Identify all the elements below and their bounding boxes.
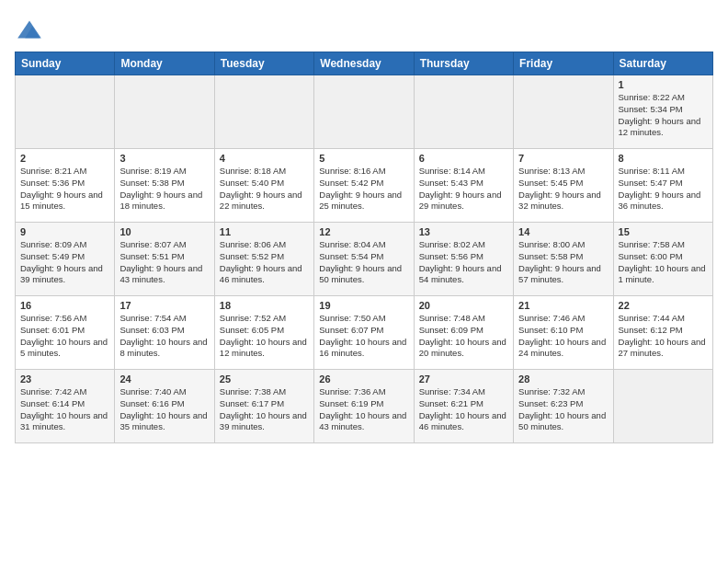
day-cell: [514, 75, 613, 149]
day-cell: 20Sunrise: 7:48 AM Sunset: 6:09 PM Dayli…: [414, 296, 513, 370]
day-cell: 19Sunrise: 7:50 AM Sunset: 6:07 PM Dayli…: [314, 296, 414, 370]
day-info: Sunrise: 7:48 AM Sunset: 6:09 PM Dayligh…: [419, 313, 508, 360]
day-cell: 3Sunrise: 8:19 AM Sunset: 5:38 PM Daylig…: [115, 149, 214, 223]
day-cell: 11Sunrise: 8:06 AM Sunset: 5:52 PM Dayli…: [214, 223, 313, 296]
day-info: Sunrise: 7:40 AM Sunset: 6:16 PM Dayligh…: [119, 386, 209, 433]
day-info: Sunrise: 7:34 AM Sunset: 6:21 PM Dayligh…: [419, 386, 508, 433]
day-info: Sunrise: 7:50 AM Sunset: 6:07 PM Dayligh…: [319, 313, 408, 360]
day-info: Sunrise: 8:07 AM Sunset: 5:51 PM Dayligh…: [119, 239, 209, 286]
day-cell: 5Sunrise: 8:16 AM Sunset: 5:42 PM Daylig…: [314, 149, 414, 223]
weekday-header-sunday: Sunday: [16, 52, 115, 75]
day-info: Sunrise: 8:02 AM Sunset: 5:56 PM Dayligh…: [419, 239, 508, 286]
weekday-header-friday: Friday: [514, 52, 613, 75]
day-info: Sunrise: 8:04 AM Sunset: 5:54 PM Dayligh…: [319, 239, 408, 286]
day-cell: 14Sunrise: 8:00 AM Sunset: 5:58 PM Dayli…: [514, 223, 613, 296]
day-number: 5: [319, 153, 408, 164]
day-cell: 12Sunrise: 8:04 AM Sunset: 5:54 PM Dayli…: [314, 223, 414, 296]
weekday-header-saturday: Saturday: [613, 52, 712, 75]
day-info: Sunrise: 8:13 AM Sunset: 5:45 PM Dayligh…: [518, 166, 608, 213]
day-number: 16: [20, 300, 109, 311]
day-info: Sunrise: 8:11 AM Sunset: 5:47 PM Dayligh…: [619, 166, 708, 213]
day-info: Sunrise: 8:18 AM Sunset: 5:40 PM Dayligh…: [220, 166, 309, 213]
week-row-4: 16Sunrise: 7:56 AM Sunset: 6:01 PM Dayli…: [16, 296, 713, 370]
weekday-header-monday: Monday: [115, 52, 214, 75]
day-number: 9: [20, 226, 109, 237]
day-cell: 9Sunrise: 8:09 AM Sunset: 5:49 PM Daylig…: [16, 223, 115, 296]
weekday-header-wednesday: Wednesday: [314, 52, 414, 75]
day-cell: 10Sunrise: 8:07 AM Sunset: 5:51 PM Dayli…: [115, 223, 214, 296]
day-info: Sunrise: 7:38 AM Sunset: 6:17 PM Dayligh…: [220, 386, 309, 433]
week-row-5: 23Sunrise: 7:42 AM Sunset: 6:14 PM Dayli…: [16, 370, 713, 443]
week-row-2: 2Sunrise: 8:21 AM Sunset: 5:36 PM Daylig…: [16, 149, 713, 223]
day-cell: 7Sunrise: 8:13 AM Sunset: 5:45 PM Daylig…: [514, 149, 613, 223]
day-number: 11: [220, 226, 309, 237]
day-info: Sunrise: 7:44 AM Sunset: 6:12 PM Dayligh…: [619, 313, 708, 360]
day-cell: 22Sunrise: 7:44 AM Sunset: 6:12 PM Dayli…: [613, 296, 712, 370]
day-info: Sunrise: 8:00 AM Sunset: 5:58 PM Dayligh…: [518, 239, 608, 286]
day-number: 25: [220, 373, 309, 385]
day-info: Sunrise: 7:46 AM Sunset: 6:10 PM Dayligh…: [518, 313, 608, 360]
day-cell: 24Sunrise: 7:40 AM Sunset: 6:16 PM Dayli…: [115, 370, 214, 443]
day-number: 13: [419, 226, 508, 237]
day-cell: 21Sunrise: 7:46 AM Sunset: 6:10 PM Dayli…: [514, 296, 613, 370]
day-info: Sunrise: 8:16 AM Sunset: 5:42 PM Dayligh…: [319, 166, 408, 213]
day-number: 2: [20, 153, 109, 164]
day-cell: [16, 75, 115, 149]
day-cell: [214, 75, 313, 149]
logo-icon: [15, 15, 44, 44]
calendar-table: SundayMondayTuesdayWednesdayThursdayFrid…: [15, 52, 713, 443]
day-info: Sunrise: 7:54 AM Sunset: 6:03 PM Dayligh…: [119, 313, 209, 360]
day-cell: 8Sunrise: 8:11 AM Sunset: 5:47 PM Daylig…: [613, 149, 712, 223]
day-cell: 6Sunrise: 8:14 AM Sunset: 5:43 PM Daylig…: [414, 149, 513, 223]
day-number: 8: [619, 153, 708, 164]
day-info: Sunrise: 8:22 AM Sunset: 5:34 PM Dayligh…: [619, 92, 708, 139]
day-number: 6: [419, 153, 508, 164]
day-number: 20: [419, 300, 508, 311]
day-number: 18: [220, 300, 309, 311]
day-cell: 18Sunrise: 7:52 AM Sunset: 6:05 PM Dayli…: [214, 296, 313, 370]
day-number: 21: [518, 300, 608, 311]
day-number: 12: [319, 226, 408, 237]
day-cell: [115, 75, 214, 149]
day-cell: 17Sunrise: 7:54 AM Sunset: 6:03 PM Dayli…: [115, 296, 214, 370]
day-number: 24: [119, 373, 209, 385]
day-info: Sunrise: 7:32 AM Sunset: 6:23 PM Dayligh…: [518, 386, 608, 433]
day-cell: 26Sunrise: 7:36 AM Sunset: 6:19 PM Dayli…: [314, 370, 414, 443]
day-number: 23: [20, 373, 109, 385]
day-cell: 16Sunrise: 7:56 AM Sunset: 6:01 PM Dayli…: [16, 296, 115, 370]
day-info: Sunrise: 7:36 AM Sunset: 6:19 PM Dayligh…: [319, 386, 408, 433]
weekday-header-thursday: Thursday: [414, 52, 513, 75]
day-number: 4: [220, 153, 309, 164]
day-cell: 28Sunrise: 7:32 AM Sunset: 6:23 PM Dayli…: [514, 370, 613, 443]
day-cell: [613, 370, 712, 443]
day-number: 10: [119, 226, 209, 237]
day-info: Sunrise: 8:21 AM Sunset: 5:36 PM Dayligh…: [20, 166, 109, 213]
week-row-1: 1Sunrise: 8:22 AM Sunset: 5:34 PM Daylig…: [16, 75, 713, 149]
day-info: Sunrise: 8:09 AM Sunset: 5:49 PM Dayligh…: [20, 239, 109, 286]
day-number: 19: [319, 300, 408, 311]
weekday-header-tuesday: Tuesday: [214, 52, 313, 75]
day-cell: [414, 75, 513, 149]
day-number: 22: [619, 300, 708, 311]
day-info: Sunrise: 8:19 AM Sunset: 5:38 PM Dayligh…: [119, 166, 209, 213]
day-number: 14: [518, 226, 608, 237]
week-row-3: 9Sunrise: 8:09 AM Sunset: 5:49 PM Daylig…: [16, 223, 713, 296]
day-info: Sunrise: 7:52 AM Sunset: 6:05 PM Dayligh…: [220, 313, 309, 360]
day-cell: 13Sunrise: 8:02 AM Sunset: 5:56 PM Dayli…: [414, 223, 513, 296]
day-info: Sunrise: 7:56 AM Sunset: 6:01 PM Dayligh…: [20, 313, 109, 360]
day-number: 26: [319, 373, 408, 385]
weekday-header-row: SundayMondayTuesdayWednesdayThursdayFrid…: [16, 52, 713, 75]
day-number: 28: [518, 373, 608, 385]
day-cell: 4Sunrise: 8:18 AM Sunset: 5:40 PM Daylig…: [214, 149, 313, 223]
day-cell: 15Sunrise: 7:58 AM Sunset: 6:00 PM Dayli…: [613, 223, 712, 296]
day-cell: 25Sunrise: 7:38 AM Sunset: 6:17 PM Dayli…: [214, 370, 313, 443]
day-cell: 1Sunrise: 8:22 AM Sunset: 5:34 PM Daylig…: [613, 75, 712, 149]
day-number: 27: [419, 373, 508, 385]
day-info: Sunrise: 8:14 AM Sunset: 5:43 PM Dayligh…: [419, 166, 508, 213]
day-number: 17: [119, 300, 209, 311]
day-cell: [314, 75, 414, 149]
day-info: Sunrise: 8:06 AM Sunset: 5:52 PM Dayligh…: [220, 239, 309, 286]
header: [15, 15, 713, 44]
day-number: 15: [619, 226, 708, 237]
day-info: Sunrise: 7:58 AM Sunset: 6:00 PM Dayligh…: [619, 239, 708, 286]
